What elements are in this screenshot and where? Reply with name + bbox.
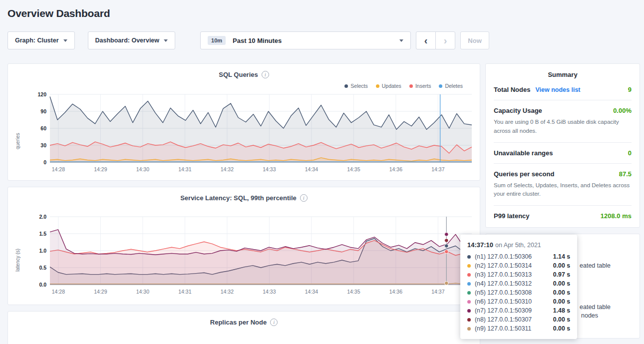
summary-row: Capacity Usage0.00%You are using 0 B of … (494, 100, 632, 143)
info-icon[interactable] (300, 194, 308, 202)
summary-title: Summary (494, 71, 632, 78)
legend-item: Deletes (439, 82, 463, 89)
tooltip-node-name: (n8) 127.0.0.1:50307 (475, 316, 553, 323)
controls-bar: Graph: Cluster Dashboard: Overview 10m P… (7, 31, 640, 49)
svg-text:14:28: 14:28 (52, 289, 65, 295)
next-time-button[interactable]: › (435, 31, 455, 49)
legend-label: Updates (382, 83, 401, 89)
summary-row: Total NodesView nodes list9 (494, 79, 632, 100)
legend-item: Updates (376, 82, 401, 89)
graph-dropdown[interactable]: Graph: Cluster (7, 31, 75, 49)
chart-hover-tooltip: 14:37:10on Apr 5th, 2021 (n1) 127.0.0.1:… (460, 235, 577, 339)
summary-row-header: P99 latency1208.0 ms (494, 212, 632, 220)
series-dot-icon (467, 327, 471, 331)
svg-text:14:31: 14:31 (178, 166, 191, 172)
summary-row: Unavailable ranges0 (494, 143, 632, 164)
series-dot-icon (467, 318, 471, 322)
series-dot-icon (467, 255, 471, 259)
tooltip-row: (n1) 127.0.0.1:503061.14 s (467, 252, 570, 261)
tooltip-node-name: (n4) 127.0.0.1:50312 (475, 280, 553, 287)
svg-text:14:35: 14:35 (347, 289, 360, 295)
chart-svg[interactable]: 14:2814:2914:3014:3114:3214:3314:3414:35… (24, 90, 476, 175)
graph-dropdown-label: Graph: Cluster (15, 37, 59, 44)
info-icon[interactable] (262, 71, 269, 78)
now-button[interactable]: Now (460, 31, 489, 49)
tooltip-node-value: 1.48 s (553, 307, 570, 314)
time-range-picker[interactable]: 10m Past 10 Minutes (200, 31, 411, 49)
chevron-down-icon (63, 39, 67, 42)
page-title: Overview Dashboard (7, 0, 640, 19)
svg-text:1.5: 1.5 (39, 231, 46, 237)
svg-text:14:33: 14:33 (263, 289, 276, 295)
prev-time-button[interactable]: ‹ (416, 31, 436, 49)
tooltip-node-name: (n6) 127.0.0.1:50310 (475, 298, 553, 305)
tooltip-row: (n5) 127.0.0.1:503080.00 s (467, 288, 570, 297)
chart-plot-area[interactable] (13, 327, 475, 344)
svg-text:2.0: 2.0 (39, 214, 46, 220)
chart-title: SQL Queries (219, 71, 258, 78)
svg-text:14:29: 14:29 (94, 289, 107, 295)
legend-label: Deletes (445, 83, 463, 89)
legend-item: Selects (344, 82, 367, 89)
tooltip-title: 14:37:10on Apr 5th, 2021 (467, 241, 570, 249)
summary-label: Capacity Usage (494, 107, 542, 114)
svg-text:1.0: 1.0 (39, 248, 46, 254)
tooltip-row: (n6) 127.0.0.1:503100.00 s (467, 297, 570, 306)
summary-value: 0 (628, 149, 632, 157)
tooltip-row: (n2) 127.0.0.1:503140.00 s (467, 261, 570, 270)
view-nodes-list-link[interactable]: View nodes list (535, 86, 580, 93)
legend-label: Selects (350, 83, 367, 89)
event-text-fragment: eated table (580, 262, 611, 269)
series-dot-icon (467, 282, 471, 286)
info-icon[interactable] (270, 319, 278, 326)
svg-text:14:37: 14:37 (431, 289, 444, 295)
event-text-fragment: eated table (580, 304, 611, 311)
svg-text:30: 30 (40, 142, 46, 148)
tooltip-node-value: 0.00 s (553, 280, 570, 287)
charts-column: SQL Queries SelectsUpdatesInsertsDeletes… (7, 63, 480, 344)
tooltip-node-name: (n2) 127.0.0.1:50314 (475, 262, 553, 269)
summary-value: 87.5 (619, 170, 632, 178)
summary-description: Sum of Selects, Updates, Inserts, and De… (494, 181, 632, 199)
tooltip-node-value: 0.00 s (553, 298, 570, 305)
series-dot-icon (467, 264, 471, 268)
svg-text:14:35: 14:35 (347, 166, 360, 172)
time-step-buttons: ‹ › (416, 31, 455, 49)
svg-text:14:29: 14:29 (94, 166, 107, 172)
chart-plot-area[interactable]: queries 14:2814:2914:3014:3114:3214:3314… (13, 90, 475, 176)
summary-value: 1208.0 ms (601, 212, 632, 220)
summary-rows: Total NodesView nodes list9Capacity Usag… (494, 79, 632, 226)
tooltip-row: (n3) 127.0.0.1:503130.97 s (467, 270, 570, 279)
summary-label: Total Nodes (494, 86, 530, 93)
tooltip-row: (n4) 127.0.0.1:503120.00 s (467, 279, 570, 288)
dashboard-dropdown[interactable]: Dashboard: Overview (88, 31, 176, 49)
summary-value: 0.00% (613, 107, 632, 114)
summary-row: P99 latency1208.0 ms (494, 206, 632, 226)
summary-label: Queries per second (494, 170, 554, 178)
chevron-down-icon (164, 39, 168, 42)
legend-label: Inserts (415, 83, 431, 89)
legend-dot-icon (376, 84, 379, 88)
svg-text:14:33: 14:33 (263, 166, 276, 172)
tooltip-time: 14:37:10 (467, 241, 493, 249)
chart-title: Service Latency: SQL, 99th percentile (180, 194, 297, 202)
chart-plot-area[interactable]: latency (s) 14:2814:2914:3014:3114:3214:… (13, 213, 475, 299)
svg-text:14:31: 14:31 (178, 289, 191, 295)
chart-title-row: Service Latency: SQL, 99th percentile (13, 194, 475, 202)
time-range-label: Past 10 Minutes (233, 37, 282, 44)
summary-label: Unavailable ranges (494, 149, 553, 157)
tooltip-node-name: (n9) 127.0.0.1:50311 (475, 325, 553, 332)
summary-panel: Summary Total NodesView nodes list9Capac… (485, 63, 640, 228)
chart-svg[interactable]: 14:2814:2914:3014:3114:3214:3314:3414:35… (24, 213, 476, 298)
svg-text:60: 60 (40, 125, 46, 131)
tooltip-node-name: (n5) 127.0.0.1:50308 (475, 289, 553, 296)
tooltip-node-value: 0.97 s (553, 271, 570, 278)
series-dot-icon (467, 309, 471, 313)
summary-value: 9 (628, 86, 632, 93)
tooltip-node-value: 0.00 s (553, 262, 570, 269)
chart-card-service-latency: Service Latency: SQL, 99th percentile la… (7, 187, 480, 305)
svg-text:14:32: 14:32 (221, 166, 234, 172)
tooltip-node-value: 1.14 s (553, 253, 570, 260)
svg-text:14:30: 14:30 (136, 289, 149, 295)
svg-text:120: 120 (37, 91, 46, 97)
